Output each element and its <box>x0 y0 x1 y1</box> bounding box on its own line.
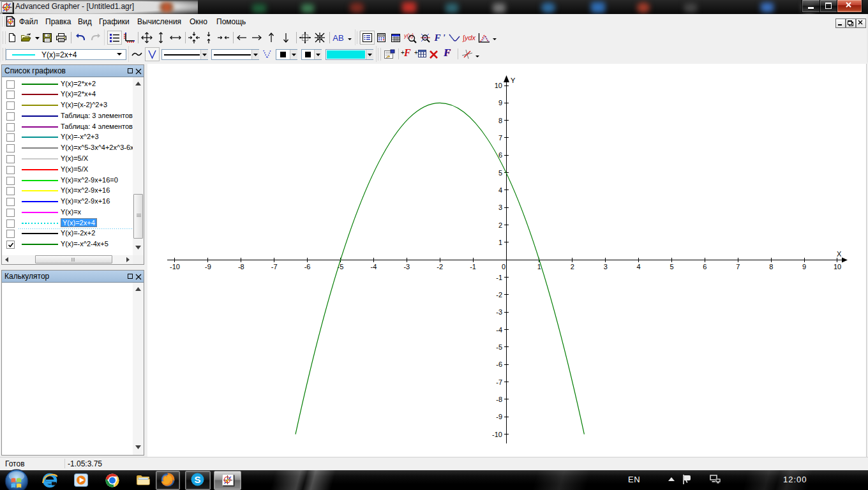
svg-text:Y: Y <box>511 77 516 84</box>
svg-text:3: 3 <box>498 204 502 211</box>
svg-text:-5: -5 <box>496 343 502 351</box>
svg-text:0: 0 <box>502 263 505 271</box>
svg-text:-9: -9 <box>205 263 211 271</box>
svg-text:-2: -2 <box>437 263 443 271</box>
svg-text:3: 3 <box>604 263 608 271</box>
svg-text:2: 2 <box>498 221 502 229</box>
svg-text:X: X <box>837 250 842 258</box>
svg-text:7: 7 <box>498 134 502 142</box>
svg-text:-8: -8 <box>496 396 502 403</box>
svg-text:4: 4 <box>637 263 641 271</box>
svg-text:-1: -1 <box>470 263 476 271</box>
svg-text:7: 7 <box>736 263 740 271</box>
svg-text:-8: -8 <box>238 263 244 271</box>
svg-text:-10: -10 <box>492 431 502 438</box>
svg-text:-4: -4 <box>496 326 502 334</box>
svg-text:-2: -2 <box>496 291 502 299</box>
svg-text:-4: -4 <box>371 263 377 271</box>
svg-text:-6: -6 <box>496 360 502 368</box>
svg-text:8: 8 <box>769 263 773 271</box>
svg-text:S: S <box>195 474 201 485</box>
svg-text:5: 5 <box>498 169 502 177</box>
svg-text:9: 9 <box>498 99 502 107</box>
svg-text:1: 1 <box>498 239 502 246</box>
svg-text:-3: -3 <box>403 263 410 271</box>
svg-text:-3: -3 <box>496 308 502 316</box>
svg-text:2: 2 <box>571 263 574 271</box>
svg-text:10: 10 <box>834 263 841 271</box>
svg-text:-10: -10 <box>170 263 180 271</box>
svg-text:-1: -1 <box>496 274 502 281</box>
svg-text:-7: -7 <box>271 263 278 271</box>
svg-text:4: 4 <box>498 186 502 194</box>
svg-text:-7: -7 <box>496 378 502 386</box>
svg-text:5: 5 <box>670 263 673 271</box>
svg-text:9: 9 <box>802 263 806 271</box>
svg-text:-6: -6 <box>304 263 311 271</box>
svg-text:6: 6 <box>703 263 707 271</box>
svg-text:-9: -9 <box>496 413 502 420</box>
svg-text:10: 10 <box>495 82 502 89</box>
svg-text:8: 8 <box>498 117 502 124</box>
